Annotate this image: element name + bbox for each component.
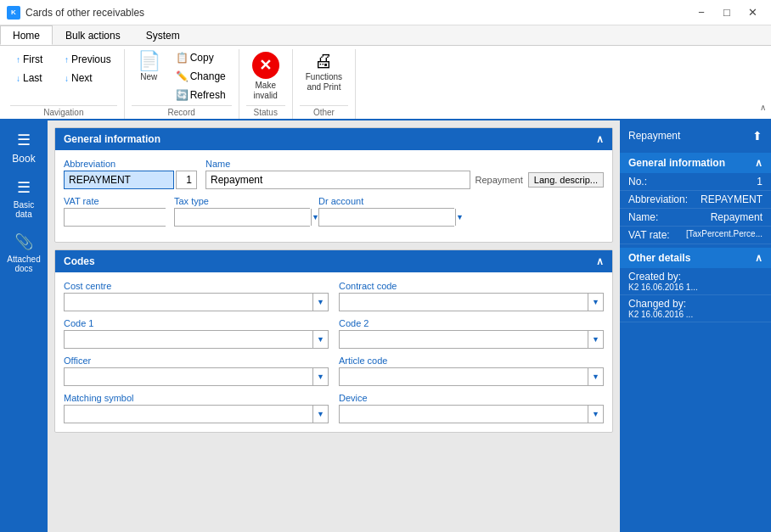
codes-section: Codes ∧ Cost centre ▼ Contract code	[54, 249, 613, 433]
right-panel-general-collapse-icon[interactable]: ∧	[755, 157, 763, 169]
attached-docs-label: Attacheddocs	[7, 255, 40, 273]
cost-centre-arrow[interactable]: ▼	[312, 294, 328, 311]
contract-code-input[interactable]	[340, 294, 588, 311]
functions-print-button[interactable]: 🖨 Functionsand Print	[300, 49, 348, 95]
code1-arrow[interactable]: ▼	[312, 331, 328, 348]
ribbon: ↑ First ↑ Previous ↓ Last ↓ Next	[0, 46, 771, 120]
first-button[interactable]: ↑ First	[10, 51, 57, 68]
make-invalid-button[interactable]: ✕ Makeinvalid	[246, 49, 285, 104]
vat-rate-label: VAT rate	[64, 196, 166, 206]
ribbon-group-navigation: ↑ First ↑ Previous ↓ Last ↓ Next	[3, 49, 125, 119]
sidebar-item-attached-docs[interactable]: 📎 Attacheddocs	[0, 226, 48, 280]
matching-symbol-label: Matching symbol	[64, 393, 329, 403]
abbreviation-input[interactable]	[64, 171, 174, 189]
code2-arrow[interactable]: ▼	[588, 331, 603, 348]
status-group-label: Status	[246, 105, 285, 117]
tab-home[interactable]: Home	[0, 25, 53, 45]
code2-input[interactable]	[340, 331, 588, 348]
previous-button[interactable]: ↑ Previous	[59, 51, 117, 68]
code1-input[interactable]	[65, 331, 312, 348]
right-panel-no-row: No.: 1	[620, 173, 771, 191]
name-input[interactable]	[205, 171, 470, 189]
tax-type-label: Tax type	[174, 196, 310, 206]
refresh-button[interactable]: 🔄 Refresh	[170, 87, 232, 104]
right-panel-other-header: Other details ∧	[620, 248, 771, 268]
code2-field: Code 2 ▼	[339, 318, 604, 349]
article-code-arrow[interactable]: ▼	[588, 368, 603, 385]
book-icon: ☰	[17, 131, 31, 149]
lang-descrip-button[interactable]: Lang. descrip...	[528, 172, 604, 188]
abbreviation-number-input[interactable]	[176, 171, 197, 189]
name-field: Name Repayment Lang. descrip...	[205, 159, 604, 189]
export-icon[interactable]: ⬆	[752, 129, 763, 143]
code1-label: Code 1	[64, 318, 329, 328]
maximize-button[interactable]: □	[715, 4, 739, 21]
right-panel-general-header: General information ∧	[620, 153, 771, 173]
cost-centre-label: Cost centre	[64, 281, 329, 291]
right-panel-other-section: Other details ∧ Created by: K2 16.06.201…	[620, 248, 771, 322]
print-icon: 🖨	[314, 52, 333, 70]
code2-label: Code 2	[339, 318, 604, 328]
tax-type-input[interactable]	[175, 209, 311, 226]
contract-code-field: Contract code ▼	[339, 281, 604, 311]
last-button[interactable]: ↓ Last	[10, 70, 57, 87]
nav-row-2: ↓ Last ↓ Next	[10, 70, 117, 87]
article-code-input[interactable]	[340, 368, 588, 385]
title-bar-left: K Cards of other receivables	[7, 6, 144, 20]
main-layout: ☰ Book ☰ Basicdata 📎 Attacheddocs Genera…	[0, 120, 771, 532]
minimize-button[interactable]: −	[689, 4, 713, 21]
close-button[interactable]: ✕	[740, 4, 764, 21]
matching-symbol-input[interactable]	[65, 406, 312, 423]
general-info-body: Abbreviation Name Repayment Lang. descri…	[55, 150, 612, 242]
sidebar-item-book[interactable]: ☰ Book	[0, 124, 48, 171]
app-icon: K	[7, 6, 20, 20]
change-icon: ✏️	[176, 70, 189, 82]
new-button[interactable]: 📄 New	[132, 49, 166, 85]
article-code-label: Article code	[339, 356, 604, 366]
invalid-icon: ✕	[252, 52, 279, 79]
other-group-label: Other	[300, 105, 348, 117]
next-arrow-icon: ↓	[65, 74, 69, 83]
officer-arrow[interactable]: ▼	[312, 368, 328, 385]
device-arrow[interactable]: ▼	[588, 406, 603, 423]
right-panel-changed-row: Changed by: K2 16.06.2016 ...	[620, 295, 771, 322]
matching-symbol-arrow[interactable]: ▼	[312, 406, 328, 423]
other-buttons: 🖨 Functionsand Print	[300, 49, 348, 104]
change-button[interactable]: ✏️ Change	[170, 68, 232, 85]
codes-collapse-icon[interactable]: ∧	[596, 255, 604, 267]
codes-grid: Cost centre ▼ Contract code ▼	[64, 281, 604, 423]
content-area: General information ∧ Abbreviation Name	[48, 120, 620, 532]
title-bar: K Cards of other receivables − □ ✕	[0, 0, 771, 25]
article-code-field: Article code ▼	[339, 356, 604, 386]
cost-centre-field: Cost centre ▼	[64, 281, 329, 311]
right-panel-name-row: Name: Repayment	[620, 209, 771, 227]
dr-account-arrow[interactable]: ▼	[455, 209, 464, 226]
next-button[interactable]: ↓ Next	[59, 70, 105, 87]
abbreviation-field: Abbreviation	[64, 159, 197, 189]
basic-data-label: Basicdata	[14, 200, 34, 219]
dr-account-label: Dr account	[318, 196, 454, 206]
tab-bulk-actions[interactable]: Bulk actions	[53, 25, 133, 45]
right-panel: Repayment ⬆ General information ∧ No.: 1…	[620, 120, 771, 532]
left-sidebar: ☰ Book ☰ Basicdata 📎 Attacheddocs	[0, 120, 48, 532]
contract-code-arrow[interactable]: ▼	[588, 294, 603, 311]
tab-system[interactable]: System	[133, 25, 193, 45]
ribbon-group-status: ✕ Makeinvalid Status	[239, 49, 293, 119]
codes-header: Codes ∧	[55, 250, 612, 272]
prev-arrow-icon: ↑	[65, 55, 69, 64]
dr-account-input[interactable]	[319, 209, 455, 226]
officer-input[interactable]	[65, 368, 312, 385]
cost-centre-input[interactable]	[65, 294, 312, 311]
right-panel-other-collapse-icon[interactable]: ∧	[755, 252, 763, 264]
ribbon-collapse-button[interactable]: ∧	[754, 98, 771, 115]
status-buttons: ✕ Makeinvalid	[246, 49, 285, 104]
copy-button[interactable]: 📋 Copy	[170, 49, 232, 66]
sidebar-item-basic-data[interactable]: ☰ Basicdata	[0, 171, 48, 226]
general-info-collapse-icon[interactable]: ∧	[596, 133, 604, 145]
title-bar-controls: − □ ✕	[689, 4, 764, 21]
nav-row-1: ↑ First ↑ Previous	[10, 51, 117, 68]
vat-rate-field: VAT rate ▼	[64, 196, 166, 227]
ribbon-group-record: 📄 New 📋 Copy ✏️ Change 🔄 Refr	[125, 49, 239, 119]
general-info-section: General information ∧ Abbreviation Name	[54, 127, 613, 243]
device-input[interactable]	[340, 406, 588, 423]
